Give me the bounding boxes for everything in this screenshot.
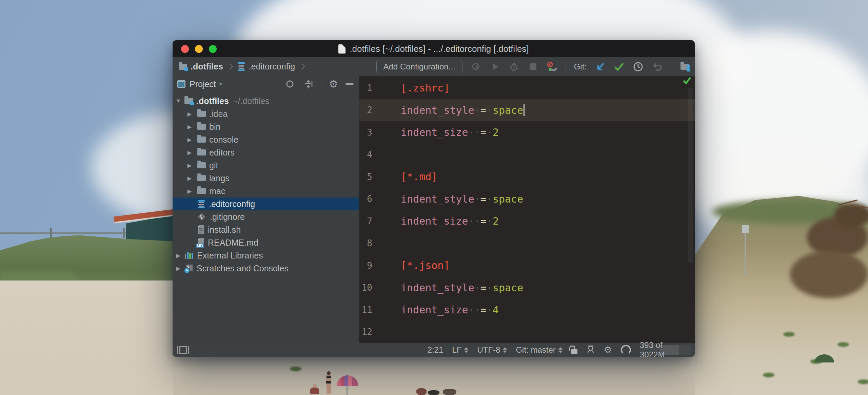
editor-line[interactable]: 10indent_style·=·space <box>359 277 695 299</box>
git-update-icon[interactable] <box>595 61 606 72</box>
close-button[interactable] <box>181 45 189 53</box>
collapsed-arrow-icon[interactable]: ▶ <box>186 137 193 143</box>
inspection-ok-icon[interactable] <box>683 77 691 86</box>
caret-position[interactable]: 2:21 <box>428 345 443 355</box>
editor-line[interactable]: 8 <box>359 232 695 255</box>
tree-item-editors[interactable]: ▶ editors <box>173 146 359 159</box>
chevron-down-icon[interactable]: ▾ <box>219 81 222 87</box>
md-badge: MD <box>196 244 204 248</box>
settings-gear-icon[interactable]: ⚙ <box>329 79 338 89</box>
profiler-disconnect-icon[interactable] <box>547 61 557 72</box>
folder-icon <box>197 111 206 117</box>
editor-line[interactable]: 12 <box>359 321 695 344</box>
tree-item-dotfiles-root[interactable]: ▼ .dotfiles ~/.dotfiles <box>173 95 359 107</box>
tree-item-idea[interactable]: ▶ .idea <box>173 107 359 120</box>
editor-line[interactable]: 1[.zshrc] <box>359 77 695 99</box>
collapse-all-icon[interactable] <box>303 79 314 89</box>
person <box>443 389 456 395</box>
expanded-arrow-icon[interactable]: ▼ <box>175 98 181 104</box>
tree-item-mac[interactable]: ▶ mac <box>173 185 359 198</box>
collapsed-arrow-icon[interactable]: ▶ <box>175 252 181 259</box>
breadcrumb-project[interactable]: .dotfiles <box>191 62 223 71</box>
stop-icon[interactable] <box>528 61 538 72</box>
grass-tuft <box>783 332 795 337</box>
navigation-bar: .dotfiles .editorconfig Add Configuratio… <box>173 57 695 76</box>
background-tasks-gear-icon[interactable]: ⚙ <box>604 346 612 355</box>
line-number: 9 <box>359 261 372 271</box>
editor-line[interactable]: 3indent_size··=·2 <box>359 121 695 144</box>
notification-arc-icon[interactable] <box>621 345 631 355</box>
project-folder-icon <box>179 64 187 70</box>
tree-item-external-libraries[interactable]: ▶ External Libraries <box>173 249 359 262</box>
fence-post <box>50 228 52 238</box>
minimize-button[interactable] <box>195 45 203 53</box>
editor-line[interactable]: 6indent_style·=·space <box>359 188 695 210</box>
chevron-right-icon <box>227 63 233 69</box>
peat-mound <box>790 251 868 298</box>
code-text: indent_size··=·2 <box>401 126 499 138</box>
editor-line[interactable]: 9[*.json] <box>359 254 695 277</box>
zoom-button[interactable] <box>209 45 217 53</box>
run-coverage-icon[interactable] <box>471 61 481 72</box>
code-editor[interactable]: 1[.zshrc]2indent_style·=·space3indent_si… <box>359 76 695 343</box>
editorconfig-file-icon <box>197 200 205 209</box>
git-label: Git: <box>574 62 587 71</box>
breadcrumb-file[interactable]: .editorconfig <box>249 62 295 71</box>
collapsed-arrow-icon[interactable]: ▶ <box>186 162 193 169</box>
folder-icon <box>197 162 206 168</box>
highlighting-level-icon[interactable] <box>586 344 595 356</box>
collapsed-arrow-icon[interactable]: ▶ <box>186 124 193 130</box>
editor-line[interactable]: 4 <box>359 144 695 166</box>
tree-item-git[interactable]: ▶ git <box>173 159 359 172</box>
grass-tuft <box>837 342 849 347</box>
debug-icon[interactable] <box>509 61 519 72</box>
collapsed-arrow-icon[interactable]: ▶ <box>186 149 193 156</box>
tree-item-bin[interactable]: ▶ bin <box>173 120 359 133</box>
editor-line[interactable]: 5[*.md] <box>359 166 695 188</box>
tree-item-editorconfig[interactable]: .editorconfig <box>173 198 359 210</box>
collapsed-arrow-icon[interactable]: ▶ <box>175 265 181 272</box>
git-branch-selector[interactable]: Git: master <box>516 345 562 355</box>
locate-file-icon[interactable] <box>284 79 295 89</box>
window-titlebar[interactable]: .dotfiles [~/.dotfiles] - .../.editorcon… <box>173 40 695 57</box>
git-commit-check-icon[interactable] <box>614 61 625 72</box>
document-icon <box>338 44 346 54</box>
line-number: 8 <box>359 238 372 248</box>
collapsed-arrow-icon[interactable]: ▶ <box>186 188 193 194</box>
editor-line[interactable]: 2indent_style·=·space <box>359 99 695 122</box>
encoding-selector[interactable]: UTF-8 <box>477 345 507 355</box>
tree-item-langs[interactable]: ▶ langs <box>173 172 359 185</box>
umbrella-pole <box>347 386 348 395</box>
hide-panel-icon[interactable] <box>346 83 354 85</box>
chevron-right-icon <box>299 63 305 69</box>
tree-item-readme-md[interactable]: MD README.md <box>173 236 359 249</box>
tree-item-gitignore[interactable]: .gitignore <box>173 210 359 223</box>
line-number: 7 <box>359 216 372 226</box>
editor-line[interactable]: 7indent_size··=·2 <box>359 210 695 232</box>
tree-item-console[interactable]: ▶ console <box>173 133 359 146</box>
code-text: [*.json] <box>401 259 450 271</box>
line-ending-selector[interactable]: LF <box>452 345 468 355</box>
external-libraries-icon <box>184 251 194 260</box>
collapsed-arrow-icon[interactable]: ▶ <box>186 111 193 117</box>
code-text: indent_style·=·space <box>401 104 525 116</box>
tree-item-install-sh[interactable]: install.sh <box>173 223 359 236</box>
toolwindow-project-icon[interactable] <box>679 61 690 72</box>
write-access-unlock-icon[interactable] <box>571 349 577 354</box>
add-configuration-button[interactable]: Add Configuration... <box>376 60 462 73</box>
memory-indicator[interactable]: 393 of 3022M <box>640 345 691 355</box>
rollback-icon[interactable] <box>652 61 663 72</box>
editor-line[interactable]: 11indent_size··=·4 <box>359 299 695 321</box>
run-icon[interactable] <box>490 61 500 72</box>
fence-post <box>123 228 125 238</box>
line-number: 10 <box>359 283 372 293</box>
updown-arrows-icon <box>464 347 468 353</box>
tree-item-scratches[interactable]: ▶ Scratches and Consoles <box>173 262 359 275</box>
text-cursor <box>524 104 525 116</box>
line-number: 1 <box>359 83 372 93</box>
project-panel-title[interactable]: Project <box>190 79 216 89</box>
collapsed-arrow-icon[interactable]: ▶ <box>186 175 193 182</box>
editor-scrollbar[interactable] <box>688 88 693 263</box>
history-clock-icon[interactable] <box>633 61 644 72</box>
toolwindow-switcher-icon[interactable] <box>177 346 189 354</box>
